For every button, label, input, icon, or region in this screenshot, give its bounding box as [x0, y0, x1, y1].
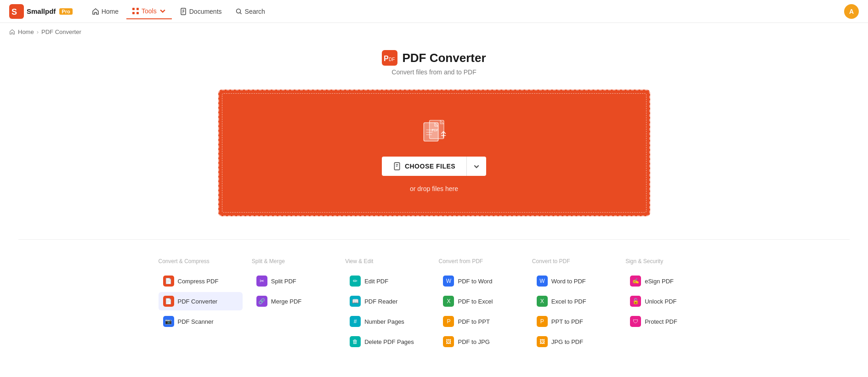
- brand-name: Smallpdf: [27, 7, 56, 15]
- breadcrumb-separator: ›: [37, 28, 39, 35]
- tool-label: PDF to JPG: [458, 338, 489, 345]
- tools-col-2: View & Edit✏Edit PDF📖PDF Reader#Number P…: [345, 258, 429, 353]
- smallpdf-logo-icon: S: [9, 4, 24, 19]
- tool-icon: 📄: [163, 276, 174, 287]
- tool-item[interactable]: XPDF to Excel: [438, 292, 522, 310]
- tools-col-title-2: View & Edit: [345, 258, 429, 264]
- tool-icon: X: [537, 296, 548, 307]
- tools-grid: Convert & Compress📄Compress PDF📄PDF Conv…: [159, 258, 710, 353]
- tool-label: Merge PDF: [271, 298, 301, 305]
- svg-point-7: [236, 9, 240, 13]
- tool-item[interactable]: ✏Edit PDF: [345, 272, 429, 290]
- tool-label: eSign PDF: [645, 278, 674, 285]
- tool-label: Split PDF: [271, 278, 296, 285]
- breadcrumb: Home › PDF Converter: [0, 23, 868, 41]
- home-breadcrumb-icon: [9, 29, 15, 35]
- choose-files-main: CHOOSE FILES: [382, 157, 466, 176]
- tool-item[interactable]: PPPT to PDF: [532, 312, 616, 331]
- tool-label: Excel to PDF: [551, 298, 586, 305]
- tools-section: Convert & Compress📄Compress PDF📄PDF Conv…: [18, 239, 850, 353]
- choose-files-label: CHOOSE FILES: [405, 163, 455, 170]
- svg-text:P: P: [384, 55, 389, 62]
- chevron-down-icon: [159, 7, 166, 15]
- tool-icon: W: [443, 276, 454, 287]
- page-header: P DF PDF Converter Convert files from an…: [18, 50, 850, 76]
- tools-col-1: Split & Merge✂Split PDF🔗Merge PDF: [252, 258, 336, 353]
- tool-item[interactable]: PPDF to PPT: [438, 312, 522, 331]
- file-icon: [393, 162, 401, 170]
- tool-label: PDF to PPT: [458, 318, 489, 325]
- nav-tools[interactable]: Tools: [126, 4, 172, 19]
- tool-label: PDF Converter: [178, 298, 218, 305]
- tool-label: PDF to Word: [458, 278, 492, 285]
- tool-label: PDF Reader: [364, 298, 397, 305]
- tools-col-0: Convert & Compress📄Compress PDF📄PDF Conv…: [159, 258, 243, 353]
- tool-icon: X: [443, 296, 454, 307]
- tool-label: Protect PDF: [645, 318, 677, 325]
- nav-items: Home Tools Documents: [86, 4, 844, 19]
- tool-label: JPG to PDF: [551, 338, 583, 345]
- tool-item[interactable]: #Number Pages: [345, 312, 429, 331]
- tool-icon: ✏: [350, 276, 361, 287]
- search-icon: [235, 8, 243, 15]
- nav-documents[interactable]: Documents: [174, 4, 227, 19]
- tool-item[interactable]: XExcel to PDF: [532, 292, 616, 310]
- tool-label: PPT to PDF: [551, 318, 583, 325]
- tool-item[interactable]: 🔗Merge PDF: [252, 292, 336, 310]
- tool-item[interactable]: 🗑Delete PDF Pages: [345, 332, 429, 351]
- brand-logo-area[interactable]: S Smallpdf Pro: [9, 4, 73, 19]
- nav-home[interactable]: Home: [86, 4, 124, 19]
- nav-search[interactable]: Search: [230, 4, 271, 19]
- dropzone-border: [222, 93, 647, 213]
- tool-item[interactable]: 📄Compress PDF: [159, 272, 243, 290]
- tools-col-title-5: Sign & Security: [625, 258, 709, 264]
- tool-item[interactable]: 📖PDF Reader: [345, 292, 429, 310]
- tool-icon: W: [537, 276, 548, 287]
- tool-item[interactable]: 🔓Unlock PDF: [625, 292, 709, 310]
- breadcrumb-current: PDF Converter: [41, 28, 81, 35]
- drop-hint-text: or drop files here: [410, 185, 458, 192]
- choose-files-button[interactable]: CHOOSE FILES: [382, 157, 486, 176]
- tool-item[interactable]: 📄PDF Converter: [159, 292, 243, 310]
- tool-icon: 🔗: [256, 296, 267, 307]
- tool-icon: #: [350, 316, 361, 327]
- tool-icon: 🛡: [630, 316, 641, 327]
- tool-item[interactable]: 🛡Protect PDF: [625, 312, 709, 331]
- tool-item[interactable]: 🖼PDF to JPG: [438, 332, 522, 351]
- main-content: P DF PDF Converter Convert files from an…: [0, 41, 868, 371]
- page-title-wrap: P DF PDF Converter: [18, 50, 850, 66]
- pdf-converter-icon: P DF: [382, 50, 397, 66]
- breadcrumb-home-link[interactable]: Home: [18, 28, 34, 35]
- page-subtitle: Convert files from and to PDF: [18, 68, 850, 76]
- tool-label: Compress PDF: [178, 278, 219, 285]
- tool-icon: P: [443, 316, 454, 327]
- chevron-down-icon: [473, 163, 480, 169]
- tool-item[interactable]: 🖼JPG to PDF: [532, 332, 616, 351]
- svg-rect-3: [136, 8, 139, 10]
- tool-label: Unlock PDF: [645, 298, 676, 305]
- page-title: PDF Converter: [402, 51, 486, 65]
- tool-label: Word to PDF: [551, 278, 586, 285]
- tool-item[interactable]: 📷PDF Scanner: [159, 312, 243, 331]
- tools-col-title-3: Convert from PDF: [438, 258, 522, 264]
- grid-icon: [132, 7, 139, 15]
- svg-text:DF: DF: [389, 57, 395, 62]
- tool-item[interactable]: ✂Split PDF: [252, 272, 336, 290]
- home-icon: [92, 8, 99, 15]
- tools-col-title-0: Convert & Compress: [159, 258, 243, 264]
- dropdown-arrow[interactable]: [467, 158, 486, 175]
- tool-item[interactable]: WWord to PDF: [532, 272, 616, 290]
- brand-pro-badge: Pro: [59, 8, 72, 15]
- tool-icon: 🖼: [443, 336, 454, 347]
- tool-icon: 📷: [163, 316, 174, 327]
- dropzone[interactable]: PDF CHOOSE FILES: [218, 90, 650, 216]
- tool-icon: 📄: [163, 296, 174, 307]
- tool-label: PDF Scanner: [178, 318, 214, 325]
- tool-icon: 🖼: [537, 336, 548, 347]
- user-avatar[interactable]: A: [844, 4, 859, 19]
- svg-rect-5: [136, 12, 139, 14]
- tool-icon: 📖: [350, 296, 361, 307]
- tool-label: Delete PDF Pages: [364, 338, 414, 345]
- tool-item[interactable]: ✍eSign PDF: [625, 272, 709, 290]
- tool-item[interactable]: WPDF to Word: [438, 272, 522, 290]
